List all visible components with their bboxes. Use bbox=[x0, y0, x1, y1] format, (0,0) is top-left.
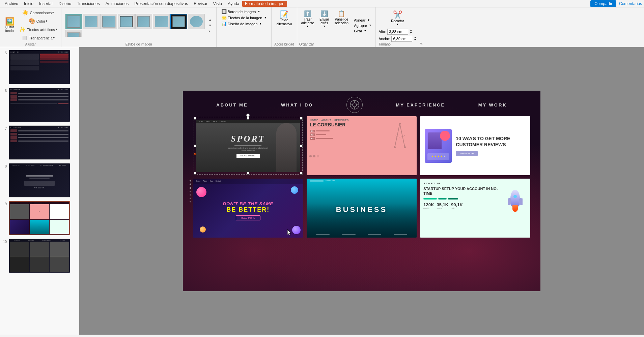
svg-point-8 bbox=[399, 123, 401, 125]
nav-circle-icon bbox=[346, 97, 363, 113]
menu-vista[interactable]: Vista bbox=[211, 1, 225, 7]
nav-what-i-do[interactable]: WHAT I DO bbox=[281, 102, 313, 108]
handle-tl[interactable] bbox=[194, 117, 196, 120]
ancho-input[interactable] bbox=[391, 36, 412, 42]
svg-point-10 bbox=[404, 146, 406, 148]
alinear-button[interactable]: Alinear▼ bbox=[352, 18, 373, 23]
img-style-2[interactable] bbox=[83, 14, 100, 29]
handle-ml[interactable] bbox=[194, 145, 196, 147]
handle-tc[interactable] bbox=[247, 117, 249, 120]
corbusier-title: LE CORBUSIER bbox=[310, 122, 384, 128]
business-title: BUSINESS bbox=[336, 205, 387, 214]
efectos-imagen-button[interactable]: 🌟Efectos de la imagen▼ bbox=[219, 15, 269, 21]
handle-bl[interactable] bbox=[194, 172, 196, 175]
corbusier-card[interactable]: HOME · ABOUT · SERVICES LE CORBUSIER 01 bbox=[307, 116, 417, 175]
img-style-9[interactable] bbox=[65, 30, 82, 37]
img-style-7[interactable] bbox=[170, 14, 187, 29]
reviews-title: 10 WAYS TO GET MORE CUSTOMER REVIEWS bbox=[456, 135, 526, 148]
tamano-expand-button[interactable]: ⤡ bbox=[419, 41, 423, 46]
menu-formato-imagen[interactable]: Formato de la imagen bbox=[242, 1, 287, 7]
ancho-label: Ancho: bbox=[379, 37, 390, 41]
reviews-card[interactable]: ★ ★ ★ ★ ★ 10 WAYS TO GET MORE CUSTOMER R… bbox=[420, 116, 530, 175]
handle-mr[interactable] bbox=[300, 145, 303, 147]
organizar-label: Organizar bbox=[299, 42, 374, 46]
tamano-label: Tamaño bbox=[379, 42, 416, 46]
nav-about-me[interactable]: ABOUT ME bbox=[216, 102, 248, 108]
correcciones-button[interactable]: ☀️ Correcciones ▼ bbox=[18, 9, 59, 17]
slide-thumb-9[interactable]: 9 ABOUT ME WHAT I DO MY EXPERIENCE MY WO… bbox=[1, 200, 78, 237]
estilos-imagen-label: Estilos de imagen bbox=[125, 42, 152, 46]
business-card[interactable]: COMPANY NAME BUSINESS bbox=[307, 179, 417, 238]
menu-insertar[interactable]: Insertar bbox=[36, 1, 56, 7]
startup-stat-2: 35,1K bbox=[437, 202, 448, 207]
traer-adelante-button[interactable]: ⬆️ Traeradelante ▼ bbox=[299, 9, 316, 29]
accesibilidad-label: Accesibilidad bbox=[274, 42, 294, 46]
diseno-imagen-button[interactable]: 📊Diseño de imagen▼ bbox=[219, 21, 269, 27]
girar-button[interactable]: Girar▼ bbox=[352, 29, 373, 33]
share-button[interactable]: Compartir bbox=[590, 0, 616, 7]
space-card[interactable]: Home About Blog Contact DON'T BE THE SAM… bbox=[193, 179, 303, 238]
menu-archivo[interactable]: Archivo bbox=[2, 1, 21, 7]
handle-bc[interactable] bbox=[247, 172, 249, 175]
startup-card[interactable]: STARTUP STARTUP SETUP YOUR ACCOUNT IN NO… bbox=[420, 179, 530, 238]
sport-read-more[interactable]: READ MORE bbox=[236, 154, 260, 158]
color-button[interactable]: 🎨 Color ▼ bbox=[18, 17, 59, 25]
slide-thumb-10[interactable]: 10 ABOUT ME WHAT I DO MY EXPERIENCE MY W… bbox=[1, 237, 78, 274]
comments-button[interactable]: Comentarios bbox=[619, 1, 642, 6]
alto-label: Alto: bbox=[379, 30, 386, 34]
slide-canvas: ABOUT ME WHAT I DO MY EXPERIENCE MY WORK bbox=[183, 91, 540, 291]
quitar-fondo-button[interactable]: 🖼️ Quitarfondo bbox=[2, 17, 17, 34]
svg-point-9 bbox=[394, 146, 396, 148]
img-style-4[interactable] bbox=[118, 14, 135, 29]
efectos-artisticos-button[interactable]: ✨ Efectos artísticos ▼ bbox=[18, 26, 59, 33]
svg-point-1 bbox=[353, 103, 357, 107]
nav-my-work[interactable]: MY WORK bbox=[478, 102, 507, 108]
startup-header: STARTUP bbox=[423, 182, 527, 185]
menu-diseno[interactable]: Diseño bbox=[56, 1, 74, 7]
menu-animaciones[interactable]: Animaciones bbox=[103, 1, 132, 7]
reviews-learn-more[interactable]: Learn More bbox=[456, 151, 478, 156]
slide-nav-bar: ABOUT ME WHAT I DO MY EXPERIENCE MY WORK bbox=[183, 91, 540, 116]
sport-title: SPORT bbox=[231, 134, 265, 144]
enviar-atras-button[interactable]: ⬇️ Enviaratrás ▼ bbox=[317, 9, 331, 29]
menu-revisar[interactable]: Revisar bbox=[191, 1, 210, 7]
space-read-more[interactable]: READ MORE bbox=[236, 215, 260, 220]
borde-imagen-button[interactable]: 🔲Borde de imagen▼ bbox=[219, 9, 269, 14]
styles-scroll-up[interactable]: ▲ bbox=[208, 17, 213, 22]
startup-stat-3: 90,1K bbox=[451, 202, 463, 207]
startup-stat-1: 120K bbox=[423, 202, 434, 207]
slide-thumb-7[interactable]: 7 EXPERIENCE MY RESUME bbox=[1, 124, 78, 161]
ajustar-label: Ajustar bbox=[25, 42, 36, 46]
menu-transiciones[interactable]: Transiciones bbox=[74, 1, 103, 7]
transparencia-button[interactable]: ◻️ Transparencia ▼ bbox=[18, 34, 59, 42]
menu-presentacion[interactable]: Presentación con diapositivas bbox=[132, 1, 191, 7]
alto-down[interactable]: ▼ bbox=[410, 32, 412, 34]
panel-seleccion-button[interactable]: 📋 Panel deselección bbox=[332, 9, 351, 26]
img-style-1[interactable] bbox=[65, 14, 82, 29]
rotate-handle[interactable] bbox=[246, 114, 250, 117]
menu-inicio[interactable]: Inicio bbox=[21, 1, 36, 7]
handle-br[interactable] bbox=[300, 172, 303, 175]
texto-alternativo-button[interactable]: 📝 Textoalternativo bbox=[275, 9, 293, 28]
img-style-8[interactable] bbox=[188, 14, 205, 29]
nav-my-experience[interactable]: MY EXPERIENCE bbox=[396, 102, 445, 108]
agrupar-button[interactable]: Agrupar▼ bbox=[352, 23, 373, 28]
img-style-5[interactable] bbox=[135, 14, 152, 29]
handle-tr[interactable] bbox=[300, 117, 303, 120]
img-style-3[interactable] bbox=[100, 14, 117, 29]
space-dont-be: DON'T BE THE SAME bbox=[223, 201, 273, 206]
ancho-down[interactable]: ▼ bbox=[414, 39, 416, 41]
sport-card[interactable]: HOME ABOUT SHOP CONTACT SPORT Lorem ipsu… bbox=[193, 116, 303, 175]
svg-line-6 bbox=[395, 124, 400, 147]
img-style-6[interactable] bbox=[153, 14, 170, 29]
recortar-button[interactable]: ✂️ Recortar ▼ bbox=[389, 9, 406, 27]
menu-ayuda[interactable]: Ayuda bbox=[225, 1, 242, 7]
styles-scroll-down[interactable]: ▼ bbox=[208, 23, 213, 28]
slide-thumb-6[interactable]: 6 EDUCATION MY RESUME bbox=[1, 86, 78, 123]
startup-title: STARTUP SETUP YOUR ACCOUNT IN NO-TIME bbox=[423, 186, 501, 196]
slide-thumb-8[interactable]: 8 ABOUT ME WHAT I DO MY EXPERIENCE MY WO… bbox=[1, 162, 78, 199]
space-be-better: BE BETTER! bbox=[226, 206, 270, 213]
alto-input[interactable] bbox=[387, 29, 408, 35]
slide-thumb-5[interactable]: 5 WHAT I DO MY RESUME bbox=[1, 49, 78, 86]
styles-more[interactable]: ▾ bbox=[208, 29, 213, 34]
